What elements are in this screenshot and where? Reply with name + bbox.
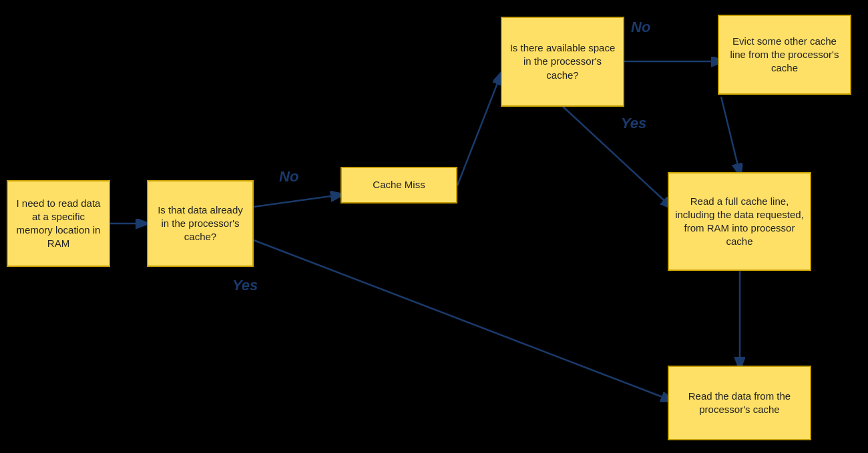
svg-line-4	[457, 75, 501, 185]
diagram: I need to read data at a specific memory…	[0, 0, 868, 453]
box-start: I need to read data at a specific memory…	[7, 180, 110, 267]
box-evict: Evict some other cache line from the pro…	[718, 15, 851, 95]
box-cache-miss: Cache Miss	[341, 167, 457, 203]
label-yes-lower: Yes	[232, 277, 258, 294]
svg-line-6	[721, 97, 740, 173]
box-question1: Is that data already in the processor's …	[147, 180, 254, 267]
label-no-upper: No	[279, 168, 298, 185]
box-question2: Is there available space in the processo…	[501, 17, 624, 107]
label-yes-upper: Yes	[621, 115, 646, 132]
label-no-right: No	[631, 19, 650, 36]
box-read-data: Read the data from the processor's cache	[668, 366, 811, 440]
box-read-cache-line: Read a full cache line, including the da…	[668, 172, 811, 271]
svg-line-7	[560, 103, 671, 207]
svg-line-3	[254, 240, 671, 400]
svg-line-2	[254, 195, 341, 207]
